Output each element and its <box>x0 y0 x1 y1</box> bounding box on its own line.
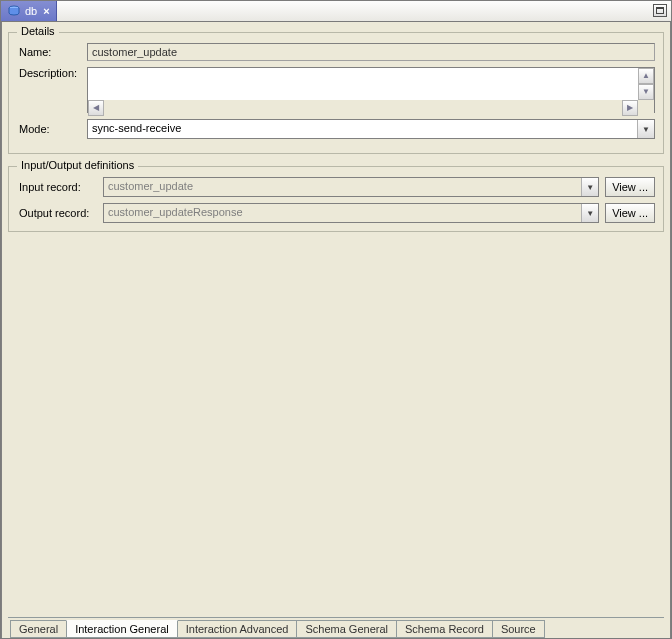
mode-value: sync-send-receive <box>88 120 637 138</box>
io-group: Input/Output definitions Input record: c… <box>8 166 664 232</box>
input-record-select[interactable]: customer_update ▼ <box>103 177 599 197</box>
db-file-icon <box>7 5 21 17</box>
mode-row: Mode: sync-send-receive ▼ <box>17 119 655 139</box>
bottom-tabs: GeneralInteraction GeneralInteraction Ad… <box>8 618 664 638</box>
chevron-down-icon[interactable]: ▼ <box>581 204 598 222</box>
details-legend: Details <box>17 25 59 37</box>
editor-body: Details Name: Description: ▲ ▼ <box>1 22 671 638</box>
scroll-right-icon[interactable]: ▶ <box>622 100 638 116</box>
input-record-row: Input record: customer_update ▼ View ... <box>17 177 655 197</box>
output-record-label: Output record: <box>17 207 103 219</box>
bottom-tab[interactable]: Interaction General <box>66 620 178 638</box>
bottom-tab[interactable]: Schema Record <box>396 620 493 638</box>
input-record-label: Input record: <box>17 181 103 193</box>
details-group: Details Name: Description: ▲ ▼ <box>8 32 664 154</box>
name-row: Name: <box>17 43 655 61</box>
input-record-view-button[interactable]: View ... <box>605 177 655 197</box>
description-hscroll[interactable]: ◀ ▶ <box>88 100 654 116</box>
output-record-value: customer_updateResponse <box>104 204 581 222</box>
output-record-select[interactable]: customer_updateResponse ▼ <box>103 203 599 223</box>
bottom-tab[interactable]: Schema General <box>296 620 397 638</box>
scroll-corner <box>638 100 654 116</box>
bottom-tab[interactable]: General <box>10 620 67 638</box>
chevron-down-icon[interactable]: ▼ <box>581 178 598 196</box>
output-record-row: Output record: customer_updateResponse ▼… <box>17 203 655 223</box>
input-record-value: customer_update <box>104 178 581 196</box>
description-vscroll[interactable]: ▲ ▼ <box>638 68 654 100</box>
scroll-left-icon[interactable]: ◀ <box>88 100 104 116</box>
maximize-button[interactable] <box>653 4 667 17</box>
editor-window: db × Details Name: Description: ▲ ▼ <box>0 0 672 639</box>
empty-space <box>8 240 664 618</box>
chevron-down-icon[interactable]: ▼ <box>637 120 654 138</box>
bottom-tab[interactable]: Source <box>492 620 545 638</box>
name-label: Name: <box>17 46 87 58</box>
description-text[interactable] <box>88 68 638 100</box>
io-legend: Input/Output definitions <box>17 159 138 171</box>
editor-tab-title: db <box>25 5 37 17</box>
scroll-up-icon[interactable]: ▲ <box>638 68 654 84</box>
mode-label: Mode: <box>17 123 87 135</box>
scroll-down-icon[interactable]: ▼ <box>638 84 654 100</box>
output-record-view-button[interactable]: View ... <box>605 203 655 223</box>
name-field[interactable] <box>87 43 655 61</box>
description-field[interactable]: ▲ ▼ ◀ ▶ <box>87 67 655 113</box>
editor-tabstrip: db × <box>1 1 671 22</box>
mode-select[interactable]: sync-send-receive ▼ <box>87 119 655 139</box>
close-icon[interactable]: × <box>41 5 49 17</box>
description-label: Description: <box>17 67 87 79</box>
editor-tab-db[interactable]: db × <box>1 1 57 21</box>
description-row: Description: ▲ ▼ ◀ ▶ <box>17 67 655 113</box>
bottom-tab[interactable]: Interaction Advanced <box>177 620 298 638</box>
